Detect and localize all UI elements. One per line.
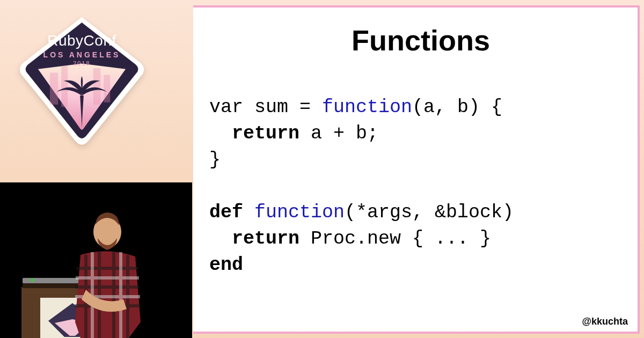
twitter-handle: @kkuchta [582,316,628,327]
keyword-end: end [209,254,243,276]
speaker-video-thumb [0,182,192,338]
code-text: (*args, &block) [345,202,514,223]
badge-subtitle: LOS ANGELES [13,50,150,59]
badge-year: 2018 [13,60,150,67]
keyword-function: function [243,202,345,223]
keyword-return: return [209,228,299,249]
code-text: Proc.new { ... } [299,228,491,249]
svg-rect-0 [50,73,58,105]
conference-badge: RubyConf LOS ANGELES 2018 [13,13,169,153]
presentation-slide: Functions var sum = function(a, b) { ret… [193,5,640,334]
code-text: a + b; [299,123,378,144]
code-text: var sum = [209,97,322,118]
svg-rect-3 [104,75,110,102]
badge-diamond: RubyConf LOS ANGELES 2018 [13,13,150,150]
badge-text-block: RubyConf LOS ANGELES 2018 [13,32,150,67]
keyword-return: return [209,123,299,144]
svg-rect-1 [61,66,68,107]
code-text: } [209,149,221,171]
svg-point-9 [31,278,34,282]
keyword-def: def [209,202,243,223]
speaker-illustration [0,182,192,338]
code-block: var sum = function(a, b) { return a + b;… [209,94,632,278]
code-text: (a, b) { [412,97,502,118]
slide-title: Functions [209,24,632,57]
keyword-function: function [322,97,412,118]
svg-rect-2 [93,68,101,105]
badge-title: RubyConf [13,32,150,49]
